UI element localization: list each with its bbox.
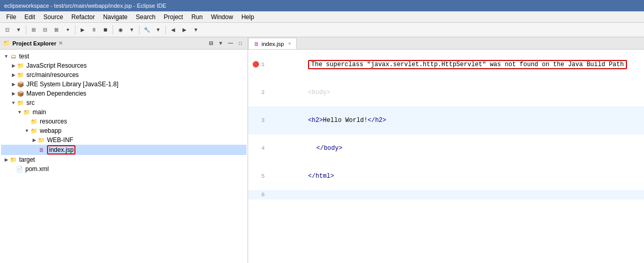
tree-label-indexjsp: index.jsp <box>47 145 75 154</box>
tree-item-src[interactable]: ▼ 📁 src <box>1 98 247 107</box>
panel-maximize-btn[interactable]: □ <box>236 39 244 48</box>
tree-label-webapp: webapp <box>40 127 62 134</box>
code-text-4: </body> <box>269 134 644 162</box>
editor-content[interactable]: 🔴 1 The superclass "javax.servlet.http.H… <box>248 50 644 263</box>
toolbar-btn-7[interactable]: ⏸ <box>89 25 99 35</box>
tree-arrow-main: ▼ <box>17 109 23 115</box>
line-num-5: 5 <box>261 172 265 181</box>
toolbar-btn-10[interactable]: ▼ <box>127 25 137 35</box>
code-line-5: 5 </html> <box>248 162 644 190</box>
tree-item-js-resources[interactable]: ▶ 📁 JavaScript Resources <box>1 61 247 70</box>
tree-item-pom[interactable]: 📄 pom.xml <box>1 164 247 174</box>
toolbar-sep-5 <box>165 25 166 35</box>
tree-item-target[interactable]: ▶ 📁 target <box>1 155 247 164</box>
panel-minimize-btn[interactable]: — <box>226 39 235 48</box>
tree-arrow-resources <box>24 118 30 125</box>
toolbar-btn-1[interactable]: ⊡ <box>2 25 12 35</box>
menu-edit[interactable]: Edit <box>20 12 39 22</box>
menu-source[interactable]: Source <box>39 12 67 22</box>
line-num-3: 3 <box>261 116 265 125</box>
line-gutter-1: 🔴 1 <box>248 60 269 69</box>
tree-label-main: main <box>33 109 46 116</box>
line-num-2: 2 <box>261 88 265 97</box>
toolbar-btn-14[interactable]: ▶ <box>179 25 190 35</box>
tree-item-jre[interactable]: ▶ 📦 JRE System Library [JavaSE-1.8] <box>1 80 247 89</box>
toolbar-btn-3[interactable]: ⊞ <box>28 25 39 35</box>
toolbar-btn-15[interactable]: ▼ <box>191 25 201 35</box>
toolbar-btn-run[interactable]: ▶ <box>78 25 88 35</box>
tree-label-smr: src/main/resources <box>26 71 79 79</box>
line-num-6: 6 <box>261 190 265 199</box>
tab-icon: 🗎 <box>254 41 259 47</box>
code-line-1: 🔴 1 The superclass "javax.servlet.http.H… <box>248 51 644 79</box>
code-line-3: 3 <h2>Hello World!</h2> <box>248 106 644 134</box>
toolbar-btn-4[interactable]: ⊟ <box>40 25 50 35</box>
panel-collapse-btn[interactable]: ⊟ <box>207 39 215 48</box>
toolbar-btn-9[interactable]: ◉ <box>115 25 126 35</box>
line-gutter-4: 4 <box>248 144 269 153</box>
toolbar-btn-12[interactable]: ▼ <box>153 25 163 35</box>
tree-arrow-test: ▼ <box>3 53 9 59</box>
menu-search[interactable]: Search <box>132 12 160 22</box>
tree-icon-resources: 📁 <box>30 117 38 126</box>
code-text-6 <box>269 190 644 199</box>
code-text-2: <body> <box>269 79 644 106</box>
menu-navigate[interactable]: Navigate <box>99 12 131 22</box>
editor-panel: 🗎 index.jsp × 🔴 1 The superclass "javax.… <box>248 37 644 263</box>
code-text-3: <h2>Hello World!</h2> <box>269 106 644 134</box>
toolbar-btn-11[interactable]: 🔧 <box>142 25 152 35</box>
code-text-5: </html> <box>269 162 644 190</box>
tab-close-btn[interactable]: × <box>288 41 291 47</box>
explorer-title: Project Explorer <box>12 40 56 47</box>
tree-arrow-pom <box>9 166 16 172</box>
tree-icon-pom: 📄 <box>16 165 24 173</box>
code-line-2: 2 <body> <box>248 79 644 106</box>
tree-label-resources: resources <box>40 118 67 125</box>
error-icon-1: 🔴 <box>252 60 259 69</box>
toolbar-btn-5[interactable]: ⊠ <box>51 25 62 35</box>
panel-menu-btn[interactable]: ▼ <box>217 39 225 48</box>
toolbar-sep-1 <box>26 25 26 35</box>
toolbar-btn-2[interactable]: ▼ <box>13 25 24 35</box>
code-line-4: 4 </body> <box>248 134 644 162</box>
tree-item-maven[interactable]: ▶ 📦 Maven Dependencies <box>1 89 247 98</box>
menu-help[interactable]: Help <box>237 12 258 22</box>
tree-item-resources[interactable]: 📁 resources <box>1 117 247 126</box>
menu-project[interactable]: Project <box>160 12 187 22</box>
tree-icon-jre: 📦 <box>17 80 25 88</box>
tree-item-index-jsp[interactable]: 🗎 index.jsp <box>1 145 247 155</box>
line-num-1: 1 <box>261 60 265 69</box>
tree-icon-indexjsp: 🗎 <box>37 146 45 154</box>
toolbar-btn-13[interactable]: ◀ <box>168 25 178 35</box>
tree-label-target: target <box>19 156 35 163</box>
menu-window[interactable]: Window <box>207 12 237 22</box>
menu-run[interactable]: Run <box>187 12 207 22</box>
tree-icon-target: 📁 <box>9 156 18 164</box>
toolbar-btn-8[interactable]: ⏹ <box>100 25 111 35</box>
tree-label-webinf: WEB-INF <box>47 136 73 144</box>
code-line-6: 6 <box>248 190 644 199</box>
tree-item-webinf[interactable]: ▶ 📁 WEB-INF <box>1 135 247 145</box>
tree-arrow-webinf: ▶ <box>31 137 37 143</box>
tree-icon-webinf: 📁 <box>37 136 45 144</box>
panel-header-title: 📁 Project Explorer ✕ <box>3 40 63 47</box>
panel-header-icons: ⊟ ▼ — □ <box>207 39 244 48</box>
tree-item-main[interactable]: ▼ 📁 main <box>1 107 247 117</box>
toolbar: ⊡ ▼ ⊞ ⊟ ⊠ ✦ ▶ ⏸ ⏹ ◉ ▼ 🔧 ▼ ◀ ▶ ▼ <box>0 23 644 37</box>
tree-arrow-maven: ▶ <box>10 90 17 97</box>
toolbar-sep-3 <box>113 25 113 35</box>
tree-arrow-jre: ▶ <box>10 81 17 87</box>
menu-file[interactable]: File <box>2 12 20 22</box>
tree-item-test[interactable]: ▼ 🗂 test <box>1 52 247 61</box>
tree-item-webapp[interactable]: ▼ 📁 webapp <box>1 126 247 135</box>
tab-filename: index.jsp <box>262 41 284 47</box>
editor-tabs: 🗎 index.jsp × <box>248 37 644 50</box>
tree-arrow-src: ▼ <box>10 100 17 106</box>
toolbar-sep-2 <box>75 25 75 35</box>
menu-refactor[interactable]: Refactor <box>67 12 99 22</box>
editor-tab-indexjsp[interactable]: 🗎 index.jsp × <box>248 38 297 49</box>
tree-item-src-main-res[interactable]: ▶ 📁 src/main/resources <box>1 70 247 80</box>
tree-label-src: src <box>26 99 35 106</box>
toolbar-btn-6[interactable]: ✦ <box>63 25 73 35</box>
line-num-4: 4 <box>261 144 265 153</box>
